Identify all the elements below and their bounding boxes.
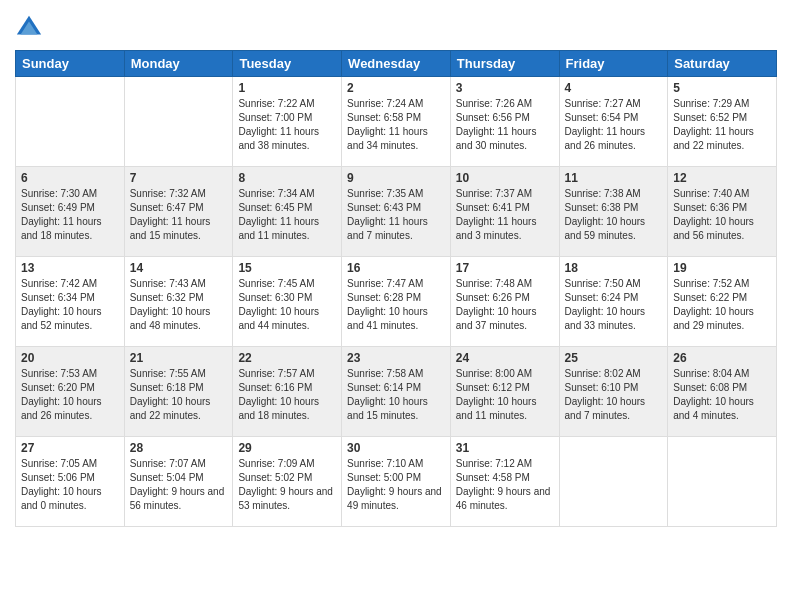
day-number: 18 — [565, 261, 663, 275]
day-info: Sunrise: 7:58 AMSunset: 6:14 PMDaylight:… — [347, 367, 445, 423]
day-info: Sunrise: 7:50 AMSunset: 6:24 PMDaylight:… — [565, 277, 663, 333]
day-info: Sunrise: 7:38 AMSunset: 6:38 PMDaylight:… — [565, 187, 663, 243]
day-number: 11 — [565, 171, 663, 185]
day-info: Sunrise: 7:40 AMSunset: 6:36 PMDaylight:… — [673, 187, 771, 243]
day-number: 6 — [21, 171, 119, 185]
day-number: 20 — [21, 351, 119, 365]
day-info: Sunrise: 7:42 AMSunset: 6:34 PMDaylight:… — [21, 277, 119, 333]
day-cell-4: 4Sunrise: 7:27 AMSunset: 6:54 PMDaylight… — [559, 77, 668, 167]
day-info: Sunrise: 7:52 AMSunset: 6:22 PMDaylight:… — [673, 277, 771, 333]
day-number: 22 — [238, 351, 336, 365]
day-number: 14 — [130, 261, 228, 275]
weekday-header-thursday: Thursday — [450, 51, 559, 77]
day-info: Sunrise: 7:37 AMSunset: 6:41 PMDaylight:… — [456, 187, 554, 243]
week-row-5: 27Sunrise: 7:05 AMSunset: 5:06 PMDayligh… — [16, 437, 777, 527]
day-cell-25: 25Sunrise: 8:02 AMSunset: 6:10 PMDayligh… — [559, 347, 668, 437]
day-info: Sunrise: 7:10 AMSunset: 5:00 PMDaylight:… — [347, 457, 445, 513]
day-info: Sunrise: 7:07 AMSunset: 5:04 PMDaylight:… — [130, 457, 228, 513]
week-row-4: 20Sunrise: 7:53 AMSunset: 6:20 PMDayligh… — [16, 347, 777, 437]
day-info: Sunrise: 7:35 AMSunset: 6:43 PMDaylight:… — [347, 187, 445, 243]
day-number: 25 — [565, 351, 663, 365]
day-cell-10: 10Sunrise: 7:37 AMSunset: 6:41 PMDayligh… — [450, 167, 559, 257]
day-number: 12 — [673, 171, 771, 185]
day-cell-18: 18Sunrise: 7:50 AMSunset: 6:24 PMDayligh… — [559, 257, 668, 347]
day-number: 17 — [456, 261, 554, 275]
day-cell-15: 15Sunrise: 7:45 AMSunset: 6:30 PMDayligh… — [233, 257, 342, 347]
page: SundayMondayTuesdayWednesdayThursdayFrid… — [0, 0, 792, 612]
day-info: Sunrise: 7:29 AMSunset: 6:52 PMDaylight:… — [673, 97, 771, 153]
day-cell-1: 1Sunrise: 7:22 AMSunset: 7:00 PMDaylight… — [233, 77, 342, 167]
day-cell-23: 23Sunrise: 7:58 AMSunset: 6:14 PMDayligh… — [342, 347, 451, 437]
empty-cell — [559, 437, 668, 527]
day-number: 28 — [130, 441, 228, 455]
day-number: 21 — [130, 351, 228, 365]
day-cell-17: 17Sunrise: 7:48 AMSunset: 6:26 PMDayligh… — [450, 257, 559, 347]
day-info: Sunrise: 7:30 AMSunset: 6:49 PMDaylight:… — [21, 187, 119, 243]
day-number: 2 — [347, 81, 445, 95]
day-info: Sunrise: 7:57 AMSunset: 6:16 PMDaylight:… — [238, 367, 336, 423]
day-info: Sunrise: 7:26 AMSunset: 6:56 PMDaylight:… — [456, 97, 554, 153]
weekday-header-sunday: Sunday — [16, 51, 125, 77]
day-info: Sunrise: 8:00 AMSunset: 6:12 PMDaylight:… — [456, 367, 554, 423]
day-number: 5 — [673, 81, 771, 95]
logo — [15, 14, 45, 42]
day-number: 9 — [347, 171, 445, 185]
weekday-header-friday: Friday — [559, 51, 668, 77]
day-info: Sunrise: 7:45 AMSunset: 6:30 PMDaylight:… — [238, 277, 336, 333]
day-number: 10 — [456, 171, 554, 185]
day-cell-27: 27Sunrise: 7:05 AMSunset: 5:06 PMDayligh… — [16, 437, 125, 527]
weekday-header-wednesday: Wednesday — [342, 51, 451, 77]
day-cell-3: 3Sunrise: 7:26 AMSunset: 6:56 PMDaylight… — [450, 77, 559, 167]
day-cell-2: 2Sunrise: 7:24 AMSunset: 6:58 PMDaylight… — [342, 77, 451, 167]
day-info: Sunrise: 7:47 AMSunset: 6:28 PMDaylight:… — [347, 277, 445, 333]
day-info: Sunrise: 7:09 AMSunset: 5:02 PMDaylight:… — [238, 457, 336, 513]
day-number: 15 — [238, 261, 336, 275]
header — [15, 10, 777, 42]
day-cell-21: 21Sunrise: 7:55 AMSunset: 6:18 PMDayligh… — [124, 347, 233, 437]
day-info: Sunrise: 7:53 AMSunset: 6:20 PMDaylight:… — [21, 367, 119, 423]
day-number: 31 — [456, 441, 554, 455]
week-row-1: 1Sunrise: 7:22 AMSunset: 7:00 PMDaylight… — [16, 77, 777, 167]
day-number: 8 — [238, 171, 336, 185]
day-cell-29: 29Sunrise: 7:09 AMSunset: 5:02 PMDayligh… — [233, 437, 342, 527]
day-cell-16: 16Sunrise: 7:47 AMSunset: 6:28 PMDayligh… — [342, 257, 451, 347]
week-row-3: 13Sunrise: 7:42 AMSunset: 6:34 PMDayligh… — [16, 257, 777, 347]
day-info: Sunrise: 7:27 AMSunset: 6:54 PMDaylight:… — [565, 97, 663, 153]
day-number: 3 — [456, 81, 554, 95]
day-cell-30: 30Sunrise: 7:10 AMSunset: 5:00 PMDayligh… — [342, 437, 451, 527]
day-cell-24: 24Sunrise: 8:00 AMSunset: 6:12 PMDayligh… — [450, 347, 559, 437]
day-number: 4 — [565, 81, 663, 95]
logo-icon — [15, 14, 43, 42]
day-info: Sunrise: 7:22 AMSunset: 7:00 PMDaylight:… — [238, 97, 336, 153]
day-info: Sunrise: 7:34 AMSunset: 6:45 PMDaylight:… — [238, 187, 336, 243]
day-info: Sunrise: 7:43 AMSunset: 6:32 PMDaylight:… — [130, 277, 228, 333]
day-number: 7 — [130, 171, 228, 185]
day-info: Sunrise: 7:24 AMSunset: 6:58 PMDaylight:… — [347, 97, 445, 153]
day-cell-14: 14Sunrise: 7:43 AMSunset: 6:32 PMDayligh… — [124, 257, 233, 347]
weekday-header-row: SundayMondayTuesdayWednesdayThursdayFrid… — [16, 51, 777, 77]
calendar-header: SundayMondayTuesdayWednesdayThursdayFrid… — [16, 51, 777, 77]
day-cell-22: 22Sunrise: 7:57 AMSunset: 6:16 PMDayligh… — [233, 347, 342, 437]
calendar-table: SundayMondayTuesdayWednesdayThursdayFrid… — [15, 50, 777, 527]
day-cell-7: 7Sunrise: 7:32 AMSunset: 6:47 PMDaylight… — [124, 167, 233, 257]
empty-cell — [124, 77, 233, 167]
day-info: Sunrise: 8:02 AMSunset: 6:10 PMDaylight:… — [565, 367, 663, 423]
day-number: 23 — [347, 351, 445, 365]
day-info: Sunrise: 7:05 AMSunset: 5:06 PMDaylight:… — [21, 457, 119, 513]
weekday-header-tuesday: Tuesday — [233, 51, 342, 77]
day-cell-11: 11Sunrise: 7:38 AMSunset: 6:38 PMDayligh… — [559, 167, 668, 257]
week-row-2: 6Sunrise: 7:30 AMSunset: 6:49 PMDaylight… — [16, 167, 777, 257]
day-cell-6: 6Sunrise: 7:30 AMSunset: 6:49 PMDaylight… — [16, 167, 125, 257]
weekday-header-saturday: Saturday — [668, 51, 777, 77]
day-number: 27 — [21, 441, 119, 455]
empty-cell — [16, 77, 125, 167]
day-cell-5: 5Sunrise: 7:29 AMSunset: 6:52 PMDaylight… — [668, 77, 777, 167]
day-cell-28: 28Sunrise: 7:07 AMSunset: 5:04 PMDayligh… — [124, 437, 233, 527]
day-cell-8: 8Sunrise: 7:34 AMSunset: 6:45 PMDaylight… — [233, 167, 342, 257]
day-cell-9: 9Sunrise: 7:35 AMSunset: 6:43 PMDaylight… — [342, 167, 451, 257]
day-number: 1 — [238, 81, 336, 95]
day-info: Sunrise: 8:04 AMSunset: 6:08 PMDaylight:… — [673, 367, 771, 423]
day-cell-12: 12Sunrise: 7:40 AMSunset: 6:36 PMDayligh… — [668, 167, 777, 257]
day-number: 16 — [347, 261, 445, 275]
day-cell-26: 26Sunrise: 8:04 AMSunset: 6:08 PMDayligh… — [668, 347, 777, 437]
